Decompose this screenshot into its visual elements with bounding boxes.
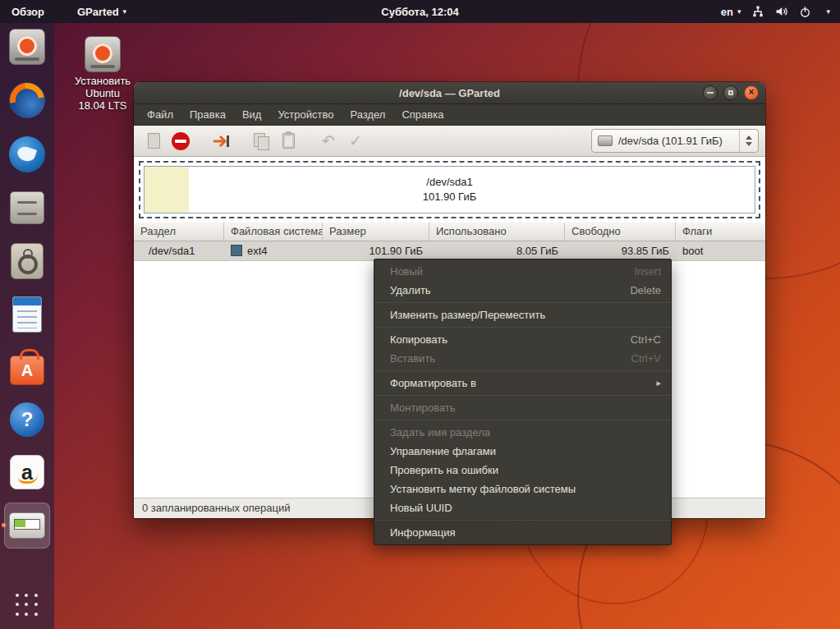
header-partition[interactable]: Раздел: [134, 223, 224, 241]
window-title: /dev/sda — GParted: [134, 87, 765, 99]
new-partition-button: [142, 130, 165, 153]
dock-item-gparted[interactable]: [7, 506, 47, 545]
context-menu-item-format-to[interactable]: Форматировать в ▸: [374, 374, 671, 393]
context-menu-item-resize-move[interactable]: Изменить размер/Переместить: [374, 305, 671, 324]
desktop-icon-label: Установить Ubuntu 18.04 LTS: [72, 76, 133, 112]
combo-arrows-icon: [739, 130, 752, 152]
context-menu-item-information[interactable]: Информация: [374, 523, 671, 542]
submenu-arrow-icon: ▸: [656, 378, 661, 388]
menu-separator: [374, 327, 671, 328]
apply-button: ✓: [344, 130, 367, 153]
menu-edit[interactable]: Правка: [181, 106, 234, 123]
new-document-icon: [148, 133, 160, 149]
dock-item-install-ubuntu[interactable]: [7, 27, 47, 67]
menu-separator: [374, 420, 671, 420]
clock[interactable]: Суббота, 12:04: [381, 6, 458, 18]
menu-file[interactable]: Файл: [139, 106, 181, 123]
menu-separator: [374, 520, 671, 521]
partition-bar[interactable]: /dev/sda1 101.90 ГиБ: [144, 166, 755, 213]
disk-icon: [598, 135, 613, 146]
table-header: Раздел Файловая система Размер Использов…: [134, 223, 765, 241]
running-app-indicator: [2, 523, 6, 527]
menu-view[interactable]: Вид: [234, 106, 270, 123]
menu-separator: [374, 302, 671, 303]
dock-item-rhythmbox[interactable]: [7, 241, 47, 281]
menu-device[interactable]: Устройство: [269, 106, 342, 123]
resize-arrow-icon: [211, 131, 231, 151]
context-menu-item-label-filesystem[interactable]: Установить метку файловой системы: [374, 480, 671, 498]
undo-icon: ↶: [322, 133, 335, 149]
paste-button: [277, 130, 300, 153]
context-menu-item-delete[interactable]: Удалить Delete: [374, 281, 671, 300]
cell-partition: /dev/sda1: [134, 241, 224, 261]
header-used[interactable]: Использовано: [429, 223, 565, 241]
dock-item-firefox[interactable]: [7, 80, 47, 120]
copy-button: [250, 130, 273, 153]
cell-flags: boot: [676, 241, 765, 261]
power-icon[interactable]: [799, 6, 811, 18]
context-menu-item-new: Новый Insert: [374, 262, 671, 281]
chevron-down-icon: ▾: [737, 7, 741, 16]
header-filesystem[interactable]: Файловая система: [224, 223, 323, 241]
toolbar: ↶ ✓ /dev/sda (101.91 ГиБ): [134, 126, 765, 157]
context-menu-item-new-uuid[interactable]: Новый UUID: [374, 498, 671, 517]
filesystem-name: ext4: [247, 245, 268, 257]
volume-icon[interactable]: [775, 5, 788, 18]
keyboard-layout-indicator[interactable]: en ▾: [721, 6, 741, 18]
paste-icon: [282, 133, 295, 149]
header-free[interactable]: Свободно: [565, 223, 676, 241]
speaker-icon: [11, 243, 44, 279]
menubar: Файл Правка Вид Устройство Раздел Справк…: [134, 104, 765, 126]
apply-icon: ✓: [349, 133, 362, 149]
context-menu-item-check[interactable]: Проверить на ошибки: [374, 461, 671, 480]
device-selector[interactable]: /dev/sda (101.91 ГиБ): [591, 129, 759, 153]
resize-move-button[interactable]: [209, 130, 232, 153]
menu-separator: [374, 395, 671, 396]
undo-button: ↶: [317, 130, 340, 153]
writer-document-icon: [12, 296, 42, 333]
dock-item-amazon[interactable]: a: [7, 452, 47, 492]
show-applications-button[interactable]: [16, 594, 39, 617]
top-bar: Обзор GParted ▾ Суббота, 12:04 en ▾ ▾: [0, 0, 840, 23]
dock-item-files[interactable]: [7, 188, 47, 227]
minimize-button[interactable]: [703, 85, 718, 100]
dock-item-libreoffice-writer[interactable]: [7, 295, 47, 334]
partition-visual-panel: /dev/sda1 101.90 ГиБ: [134, 157, 765, 223]
install-ubuntu-icon: [85, 36, 121, 72]
context-menu-item-mount: Монтировать: [374, 398, 671, 417]
menu-help[interactable]: Справка: [393, 106, 452, 123]
context-menu-item-paste: Вставить Ctrl+V: [374, 349, 671, 368]
delete-icon: [172, 132, 190, 150]
filesystem-color-swatch: [231, 245, 242, 256]
header-size[interactable]: Размер: [323, 223, 429, 241]
dock-item-help[interactable]: ?: [7, 400, 47, 439]
partition-selection-border[interactable]: /dev/sda1 101.90 ГиБ: [139, 161, 760, 218]
cell-filesystem: ext4: [224, 241, 323, 261]
close-button[interactable]: ×: [744, 85, 759, 100]
header-flags[interactable]: Флаги: [676, 223, 765, 241]
partition-context-menu: Новый Insert Удалить Delete Изменить раз…: [374, 259, 672, 545]
maximize-button[interactable]: [723, 85, 738, 100]
network-icon[interactable]: [751, 5, 764, 18]
install-ubuntu-icon: [9, 29, 45, 65]
dock-item-ubuntu-software[interactable]: A: [7, 347, 47, 387]
desktop-icon-install-ubuntu[interactable]: Установить Ubuntu 18.04 LTS: [72, 36, 133, 112]
dock: A ? a: [0, 23, 54, 629]
window-titlebar[interactable]: /dev/sda — GParted ×: [134, 82, 765, 104]
device-selector-value: /dev/sda (101.91 ГиБ): [618, 135, 723, 147]
menu-separator: [374, 370, 671, 371]
chevron-down-icon[interactable]: ▾: [826, 7, 830, 16]
gparted-icon: [9, 512, 45, 539]
partition-size: 101.90 ГиБ: [423, 190, 476, 204]
menu-partition[interactable]: Раздел: [342, 106, 393, 123]
context-menu-item-copy[interactable]: Копировать Ctrl+C: [374, 330, 671, 349]
firefox-icon: [9, 82, 45, 118]
context-menu-item-manage-flags[interactable]: Управление флагами: [374, 442, 671, 461]
delete-partition-button[interactable]: [169, 130, 192, 153]
dock-item-thunderbird[interactable]: [7, 135, 47, 174]
files-icon: [10, 191, 44, 224]
copy-icon: [254, 133, 269, 149]
window-controls: ×: [703, 85, 765, 100]
context-menu-item-name-partition: Задать имя раздела: [374, 423, 671, 442]
thunderbird-icon: [9, 136, 45, 172]
